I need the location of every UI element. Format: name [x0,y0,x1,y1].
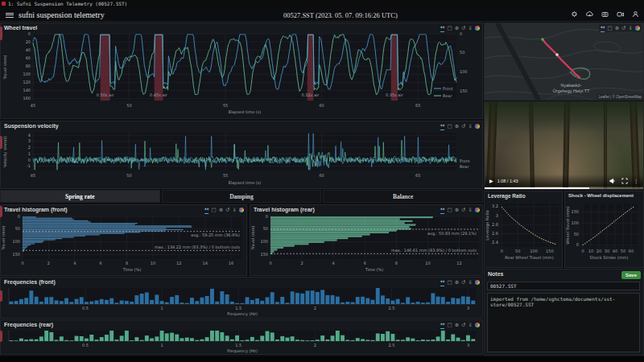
tab-balance[interactable]: Balance [323,190,483,203]
browser-status-bar: http://localhost:5000/#/dashboard/13 (to… [0,356,644,362]
svg-text:150: 150 [12,252,20,257]
pan-icon[interactable]: ↔ [440,24,444,32]
svg-text:4: 4 [332,261,335,265]
svg-text:150: 150 [460,88,468,93]
panel-video[interactable]: ▶ 1:08 / 1:43 ⋮ [484,101,644,190]
pan-icon[interactable]: ↔ [440,278,444,286]
volume-icon[interactable] [609,178,616,184]
pan-icon[interactable]: ↔ [440,321,444,329]
svg-text:6: 6 [364,261,366,265]
tab-damping[interactable]: Damping [162,190,322,203]
svg-text:Rear: Rear [460,164,469,169]
wheel-zoom-icon[interactable]: ⊕ [615,25,619,32]
fullscreen-icon[interactable] [621,178,628,184]
wheel-travel-chart[interactable]: 4550556065020406080100120140160050100150… [1,32,481,118]
map-attribution[interactable]: Leaflet | © OpenStreetMap [597,94,643,100]
pan-icon[interactable]: ↔ [204,206,208,214]
panel-travel-histogram-front: Travel histogram (front) ↔□⊕↺⇓ 024681012… [0,204,247,276]
svg-text:65: 65 [415,103,420,108]
pan-icon[interactable]: ↔ [601,24,605,32]
svg-text:max.: 134.22 mm (83.3%) / 0 bo: max.: 134.22 mm (83.3%) / 0 bottom outs [155,245,240,249]
bokeh-logo-icon [635,26,640,31]
panel-frequencies-front: Frequencies (front) ↔□⊕↺⇓ 0.511.522.53Fr… [0,277,483,319]
svg-text:Wheel Travel (mm): Wheel Travel (mm) [565,206,570,244]
leverage-ratio-chart[interactable]: 0501001502.42.62.833.2Rear Wheel Travel … [485,200,562,267]
reset-icon[interactable]: ↺ [225,207,229,214]
map-position-marker [555,53,559,56]
user-icon[interactable] [632,10,639,18]
wheel-zoom-icon[interactable]: ⊕ [455,207,459,214]
svg-text:0: 0 [501,249,503,253]
terminal-tab-title: 1: Sufni Suspension Telemetry (00527.SST… [8,1,127,6]
save-button[interactable]: Save [621,271,641,279]
suspension-velocity-chart[interactable]: 4550556065-101234FrontRearElapsed time (… [1,130,481,188]
play-icon[interactable]: ▶ [489,178,493,183]
svg-text:12: 12 [176,261,181,265]
panel-leverage-ratio: Leverage Ratio 0501001502.42.62.833.2Rea… [484,191,563,268]
panel-title: Travel histogram (rear) [254,207,315,212]
frequencies-rear-chart[interactable]: 0.511.522.53Frequency (Hz) [1,329,481,354]
reset-icon[interactable]: ↺ [461,207,465,214]
shock-wheel-displacement-chart[interactable]: 0102030405060050100150Shock Stroke (mm)W… [565,200,643,267]
wheel-zoom-icon[interactable]: ⊕ [455,279,459,286]
box-zoom-icon[interactable]: □ [447,123,452,130]
wheel-zoom-icon[interactable]: ⊕ [219,207,223,214]
svg-text:60: 60 [319,173,324,178]
svg-text:150: 150 [571,209,579,214]
notes-textarea[interactable]: imported from /home/sghctoma/documents/s… [487,293,640,352]
reset-icon[interactable]: ↺ [461,25,465,32]
box-zoom-icon[interactable]: □ [447,279,452,286]
session-name-input[interactable] [487,282,640,290]
reset-icon[interactable]: ↺ [461,322,465,329]
svg-text:0: 0 [28,158,31,162]
panel-shock-wheel-displacement: Shock - Wheel displacement 0102030405060… [564,191,644,268]
bokeh-logo-icon [475,26,480,31]
video-progress-bar[interactable] [485,187,643,190]
save-icon[interactable]: ⇓ [469,207,473,214]
svg-text:Leverage Ratio: Leverage Ratio [485,210,490,241]
camera-icon[interactable] [601,10,609,18]
cloud-upload-icon[interactable] [586,10,593,18]
box-zoom-icon[interactable]: □ [447,207,452,214]
box-zoom-icon[interactable]: □ [447,322,452,329]
svg-text:0.32s air: 0.32s air [302,93,320,97]
wheel-zoom-icon[interactable]: ⊕ [455,123,459,130]
reset-icon[interactable]: ↺ [621,25,625,32]
svg-text:Travel (mm): Travel (mm) [250,225,255,250]
kebab-menu-icon[interactable]: ⋮ [634,178,638,183]
save-icon[interactable]: ⇓ [233,207,237,214]
save-icon[interactable]: ⇓ [469,123,473,130]
box-zoom-icon[interactable]: □ [607,25,612,32]
box-zoom-icon[interactable]: □ [211,207,216,214]
svg-text:Travel (mm): Travel (mm) [2,55,7,80]
svg-text:60: 60 [319,103,324,108]
save-icon[interactable]: ⇓ [469,279,473,286]
svg-text:20: 20 [597,249,601,253]
svg-text:0.5: 0.5 [82,306,89,311]
save-icon[interactable]: ⇓ [629,25,633,32]
svg-text:Frequency (Hz): Frequency (Hz) [227,311,258,317]
travel-histogram-front-chart[interactable]: 0246810121416050100150avg.: 59.25 mm (36… [1,214,246,275]
annotation-marker [0,136,2,149]
tab-spring-rate[interactable]: Spring rate [0,190,160,203]
travel-histogram-rear-chart[interactable]: 024681012050100150avg.: 50.83 mm (29.1%)… [250,214,482,275]
panel-track-map[interactable]: ↔□⊕↺⇓ Nyakaskő- Ürgehegy Helyi TT Leafle… [484,23,644,101]
pan-icon[interactable]: ↔ [440,206,444,214]
reset-icon[interactable]: ↺ [461,123,465,130]
save-icon[interactable]: ⇓ [469,25,473,32]
wheel-zoom-icon[interactable]: ⊕ [455,25,459,32]
pan-icon[interactable]: ↔ [440,122,444,130]
panel-travel-histogram-rear: Travel histogram (rear) ↔□⊕↺⇓ 0246810120… [250,204,483,276]
gear-icon[interactable] [571,10,578,18]
save-icon[interactable]: ⇓ [469,322,473,329]
reset-icon[interactable]: ↺ [461,279,465,286]
header-actions [571,10,639,18]
video-icon[interactable] [617,10,624,18]
session-title: 00527.SST (2023. 05. 07. 09:16:26 UTC) [283,11,398,19]
menu-icon[interactable] [6,11,14,19]
svg-text:3: 3 [28,138,31,143]
frequencies-front-chart[interactable]: 0.511.522.53Frequency (Hz) [1,286,481,318]
wheel-zoom-icon[interactable]: ⊕ [455,322,459,329]
bokeh-toolbar: ↔□⊕↺⇓ [440,122,480,130]
box-zoom-icon[interactable]: □ [447,25,452,32]
